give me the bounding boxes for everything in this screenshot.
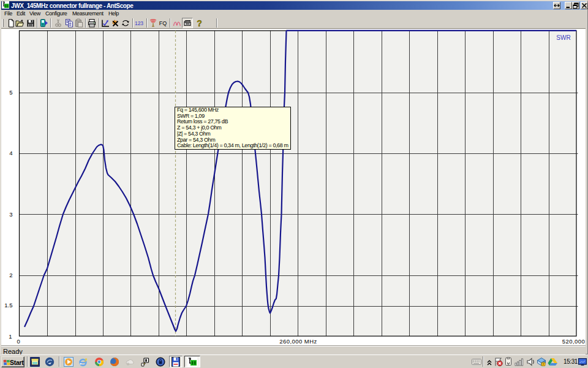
svg-text:520,000: 520,000	[562, 338, 586, 345]
svg-text:SWR: SWR	[556, 34, 570, 41]
svg-text:5: 5	[9, 89, 12, 96]
svg-text:4: 4	[9, 150, 12, 156]
svg-text:3: 3	[9, 211, 12, 218]
svg-text:0: 0	[17, 338, 20, 345]
svg-text:1: 1	[9, 333, 12, 340]
svg-text:1.5: 1.5	[4, 302, 12, 309]
svg-text:260,000 MHz: 260,000 MHz	[279, 338, 317, 345]
svg-text:2: 2	[9, 272, 12, 278]
